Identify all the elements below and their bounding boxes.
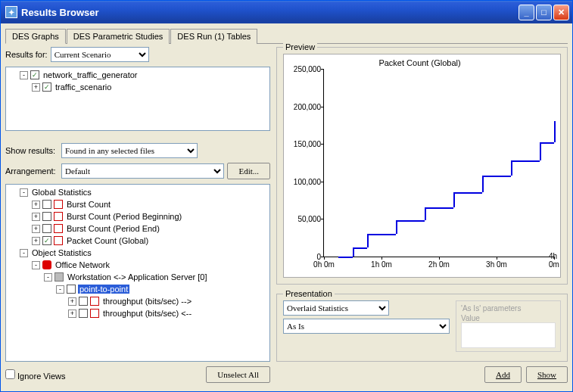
edit-button[interactable]: Edit... bbox=[227, 163, 270, 179]
tree-item[interactable]: -✓network_traffic_generator bbox=[8, 69, 268, 81]
scenario-tree[interactable]: -✓network_traffic_generator+✓traffic_sce… bbox=[5, 67, 270, 131]
results-for-select[interactable]: Current Scenario bbox=[51, 47, 149, 62]
add-button[interactable]: Add bbox=[484, 366, 522, 383]
tree-item-label: point-to-point bbox=[78, 285, 129, 294]
tree-item-label: Office Network bbox=[54, 260, 111, 269]
tree-item-label: Burst Count (Period End) bbox=[65, 224, 161, 233]
show-results-label: Show results: bbox=[5, 146, 58, 155]
expand-icon[interactable]: - bbox=[20, 188, 28, 197]
y-tick: 50,000 bbox=[285, 215, 321, 223]
as-is-parameters: 'As Is' parameters Value bbox=[456, 300, 561, 352]
checkbox-icon[interactable]: ✓ bbox=[30, 70, 39, 79]
tree-item[interactable]: -point-to-point bbox=[8, 283, 268, 295]
checkbox-icon[interactable] bbox=[42, 200, 51, 209]
arrangement-select[interactable]: Default bbox=[61, 163, 224, 179]
presentation-legend: Presentation bbox=[283, 289, 335, 298]
ignore-views-checkbox[interactable] bbox=[5, 369, 15, 379]
tree-item-label: network_traffic_generator bbox=[42, 70, 139, 79]
checkbox-icon[interactable] bbox=[42, 212, 51, 221]
expand-icon[interactable]: + bbox=[32, 83, 40, 92]
y-tick: 200,000 bbox=[285, 102, 321, 110]
y-tick: 250,000 bbox=[285, 65, 321, 73]
expand-icon[interactable]: + bbox=[68, 310, 76, 318]
tree-item-label: Burst Count (Period Beginning) bbox=[65, 212, 183, 221]
x-tick: 3h 0m bbox=[486, 260, 507, 269]
tree-item[interactable]: +Burst Count (Period End) bbox=[8, 222, 268, 235]
checkbox-icon[interactable] bbox=[79, 297, 88, 306]
tree-item[interactable]: +Burst Count (Period Beginning) bbox=[8, 210, 268, 222]
tree-item-label: Packet Count (Global) bbox=[65, 236, 150, 245]
x-tick: 1h 0m bbox=[371, 260, 392, 269]
checkbox-icon[interactable]: ✓ bbox=[42, 236, 51, 245]
tree-item[interactable]: +Burst Count bbox=[8, 198, 268, 210]
expand-icon[interactable]: + bbox=[32, 225, 40, 233]
expand-icon[interactable]: + bbox=[32, 213, 40, 221]
checkbox-icon[interactable]: ✓ bbox=[42, 82, 51, 92]
tree-item-label: throughput (bits/sec) <-- bbox=[101, 309, 193, 318]
tree-item[interactable]: -Object Statistics bbox=[8, 247, 268, 259]
red-icon bbox=[42, 260, 51, 269]
tab-des-run-1-tables[interactable]: DES Run (1) Tables bbox=[170, 29, 257, 44]
tab-des-parametric-studies[interactable]: DES Parametric Studies bbox=[67, 29, 170, 44]
preview-legend: Preview bbox=[283, 42, 317, 51]
unselect-all-button[interactable]: Unselect All bbox=[206, 366, 270, 383]
tree-item[interactable]: -Office Network bbox=[8, 259, 268, 271]
mode-select[interactable]: As Is bbox=[283, 319, 450, 334]
tree-item[interactable]: +throughput (bits/sec) <-- bbox=[8, 307, 268, 319]
app-icon: ✦ bbox=[5, 6, 17, 18]
gray-icon bbox=[54, 272, 64, 282]
maximize-button[interactable]: □ bbox=[536, 5, 552, 20]
statistics-tree[interactable]: -Global Statistics+Burst Count+Burst Cou… bbox=[5, 184, 270, 362]
y-tick: 150,000 bbox=[285, 140, 321, 148]
tab-strip: DES GraphsDES Parametric StudiesDES Run … bbox=[5, 28, 568, 44]
results-for-label: Results for: bbox=[5, 50, 48, 59]
pdf-icon bbox=[90, 297, 99, 306]
expand-icon[interactable]: + bbox=[32, 237, 40, 245]
checkbox-icon[interactable] bbox=[67, 285, 76, 294]
expand-icon[interactable]: - bbox=[20, 249, 28, 257]
presentation-group: Presentation Overlaid Statistics As Is '… bbox=[276, 294, 568, 362]
chart-title: Packet Count (Global) bbox=[285, 58, 554, 67]
preview-chart: Packet Count (Global) 050,000100,000150,… bbox=[283, 54, 561, 278]
tree-item-label: Object Statistics bbox=[30, 248, 93, 257]
titlebar[interactable]: ✦ Results Browser _ □ ✕ bbox=[1, 1, 572, 23]
pdf-icon bbox=[54, 212, 63, 221]
checkbox-icon[interactable] bbox=[79, 309, 88, 318]
tree-item[interactable]: -Workstation <-> Application Server [0] bbox=[8, 271, 268, 283]
tree-item-label: traffic_scenario bbox=[54, 82, 113, 92]
ignore-views-label[interactable]: Ignore Views bbox=[5, 369, 65, 381]
y-tick: 100,000 bbox=[285, 177, 321, 185]
tree-item[interactable]: +✓Packet Count (Global) bbox=[8, 235, 268, 247]
pdf-icon bbox=[54, 236, 63, 245]
right-panel: Preview Packet Count (Global) 050,000100… bbox=[276, 47, 568, 383]
expand-icon[interactable]: - bbox=[56, 285, 64, 294]
x-tick: 2h 0m bbox=[428, 260, 450, 269]
checkbox-icon[interactable] bbox=[42, 224, 51, 233]
tab-des-graphs[interactable]: DES Graphs bbox=[5, 29, 66, 44]
expand-icon[interactable]: + bbox=[68, 297, 76, 306]
tree-item[interactable]: -Global Statistics bbox=[8, 186, 268, 198]
show-button[interactable]: Show bbox=[526, 366, 568, 383]
app-window: ✦ Results Browser _ □ ✕ DES GraphsDES Pa… bbox=[0, 0, 573, 392]
expand-icon[interactable]: + bbox=[32, 201, 40, 209]
preview-group: Preview Packet Count (Global) 050,000100… bbox=[276, 47, 568, 285]
x-tick: 0h 0m bbox=[313, 260, 335, 269]
arrangement-label: Arrangement: bbox=[5, 166, 58, 176]
x-tick: 4h 0m bbox=[549, 252, 559, 269]
expand-icon[interactable]: - bbox=[20, 71, 28, 79]
left-panel: Results for: Current Scenario -✓network_… bbox=[5, 47, 270, 383]
pdf-icon bbox=[54, 200, 63, 209]
expand-icon[interactable]: - bbox=[44, 273, 52, 282]
overlay-select[interactable]: Overlaid Statistics bbox=[283, 300, 389, 316]
content-area: DES GraphsDES Parametric StudiesDES Run … bbox=[1, 23, 572, 391]
minimize-button[interactable]: _ bbox=[519, 5, 534, 20]
show-results-select[interactable]: Found in any selected files bbox=[61, 143, 198, 158]
close-button[interactable]: ✕ bbox=[553, 5, 569, 20]
chart-plot-area: 050,000100,000150,000200,000250,0000h 0m… bbox=[323, 69, 554, 257]
expand-icon[interactable]: - bbox=[32, 261, 40, 269]
tree-item[interactable]: +✓traffic_scenario bbox=[8, 81, 268, 93]
y-tick: 0 bbox=[285, 253, 321, 261]
tree-item-label: Workstation <-> Application Server [0] bbox=[66, 272, 208, 282]
as-is-value-box bbox=[461, 322, 556, 348]
tree-item[interactable]: +throughput (bits/sec) --> bbox=[8, 295, 268, 307]
